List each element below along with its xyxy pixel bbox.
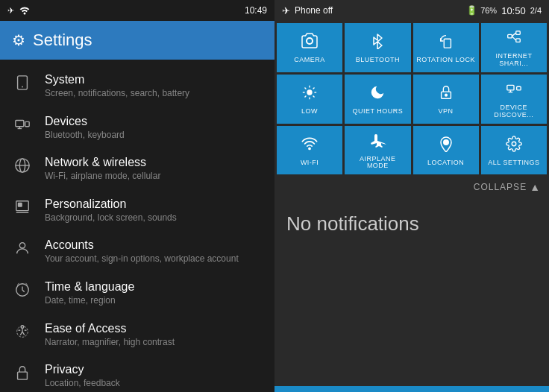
time-icon [12, 282, 33, 303]
svg-point-23 [307, 89, 312, 95]
bottom-blue-bar [274, 386, 549, 392]
quiet-hours-icon [369, 84, 386, 105]
right-time: 10:50 [501, 5, 526, 16]
qa-tile-vpn[interactable]: VPN [413, 75, 479, 124]
devices-title: Devices [45, 115, 263, 128]
qa-tile-rotation[interactable]: ROTATION LOCK [413, 23, 479, 72]
location-tile-icon [439, 136, 454, 157]
camera-label: CAMERA [294, 57, 325, 64]
qa-tile-internet-sharing[interactable]: INTERNET SHARI... [481, 23, 547, 72]
devices-text: Devices Bluetooth, keyboard [45, 115, 263, 142]
settings-list: System Screen, notifications, search, ba… [0, 60, 274, 392]
accounts-subtitle: Your account, sign-in options, workplace… [45, 253, 263, 265]
all-settings-label: ALL SETTINGS [488, 159, 539, 167]
svg-line-29 [313, 95, 315, 97]
settings-title: Settings [33, 31, 92, 50]
phone-status: Phone off [295, 5, 333, 16]
system-title: System [45, 73, 263, 86]
personalization-subtitle: Background, lock screen, sounds [45, 212, 263, 224]
wifi-label: WI-FI [301, 159, 319, 167]
devices-subtitle: Bluetooth, keyboard [45, 130, 263, 142]
svg-point-33 [445, 94, 447, 96]
collapse-bar[interactable]: COLLAPSE ▲ [274, 177, 549, 197]
battery-icon: 🔋 [466, 5, 477, 16]
settings-item-network[interactable]: Network & wireless Wi-Fi, airplane mode,… [0, 148, 274, 190]
ease-text: Ease of Access Narrator, magnifier, high… [45, 322, 263, 349]
settings-item-personalization[interactable]: Personalization Background, lock screen,… [0, 190, 274, 232]
svg-rect-16 [18, 372, 28, 379]
airplane-icon-right: ✈ [282, 5, 290, 16]
svg-line-21 [512, 33, 516, 37]
device-discovery-icon [506, 80, 522, 101]
airplane-mode-label: AIRPLANE MODE [348, 156, 407, 171]
personalization-icon [12, 199, 33, 220]
privacy-title: Privacy [45, 363, 263, 376]
quiet-hours-label: QUIET HOURS [352, 108, 403, 116]
privacy-subtitle: Location, feedback [45, 378, 263, 390]
svg-line-31 [305, 95, 307, 97]
qa-tile-airplane-mode[interactable]: AIRPLANE MODE [345, 126, 410, 175]
rotation-tile-icon [438, 33, 454, 54]
collapse-label: COLLAPSE [474, 182, 527, 192]
camera-tile-icon [301, 33, 319, 54]
vpn-label: VPN [439, 108, 454, 116]
accounts-icon [12, 240, 33, 261]
airplane-mode-icon: ✈ [7, 6, 14, 16]
wifi-tile-icon [301, 136, 318, 157]
svg-line-30 [313, 87, 315, 89]
svg-point-38 [308, 147, 311, 150]
low-label: LOW [301, 108, 318, 116]
collapse-chevron-icon: ▲ [530, 181, 540, 193]
right-status-bar: ✈ Phone off 🔋 76% 10:50 2/4 [274, 0, 549, 21]
svg-rect-2 [16, 120, 24, 126]
privacy-icon [12, 364, 33, 385]
settings-item-system[interactable]: System Screen, notifications, search, ba… [0, 66, 274, 107]
svg-point-41 [512, 142, 516, 146]
accounts-text: Accounts Your account, sign-in options, … [45, 238, 263, 265]
qa-tile-wifi[interactable]: WI-FI [277, 126, 342, 175]
svg-rect-17 [444, 39, 451, 48]
qa-tile-all-settings[interactable]: ALL SETTINGS [481, 126, 547, 175]
quick-actions-grid: CAMERA BLUETOOTH ROTATION LOCK INTERNET … [274, 21, 549, 177]
time-text: Time & language Date, time, region [45, 280, 263, 307]
settings-gear-icon: ⚙ [12, 31, 25, 49]
svg-rect-10 [19, 203, 22, 206]
vpn-icon [438, 84, 454, 105]
devices-icon [12, 116, 33, 137]
accounts-title: Accounts [45, 238, 263, 252]
qa-tile-low[interactable]: LOW [277, 75, 342, 124]
svg-line-22 [512, 37, 516, 41]
ease-of-access-icon [12, 323, 33, 344]
personalization-text: Personalization Background, lock screen,… [45, 197, 263, 224]
qa-tile-bluetooth[interactable]: BLUETOOTH [345, 23, 410, 72]
left-time: 10:49 [245, 5, 267, 16]
qa-tile-quiet-hours[interactable]: QUIET HOURS [345, 75, 410, 124]
sharing-tile-icon [506, 29, 522, 50]
settings-item-accounts[interactable]: Accounts Your account, sign-in options, … [0, 231, 274, 273]
rotation-label: ROTATION LOCK [416, 57, 475, 64]
right-panel: ✈ Phone off 🔋 76% 10:50 2/4 CAMERA BLUET… [274, 0, 549, 392]
settings-item-privacy[interactable]: Privacy Location, feedback [0, 355, 274, 392]
battery-area: 🔋 76% [466, 5, 497, 16]
airplane-mode-tile-icon [368, 132, 386, 153]
personalization-title: Personalization [45, 197, 263, 211]
settings-item-ease[interactable]: Ease of Access Narrator, magnifier, high… [0, 314, 274, 356]
time-subtitle: Date, time, region [45, 295, 263, 307]
battery-percent: 76% [480, 6, 497, 15]
qa-tile-device-discovery[interactable]: DEVICE DISCOVE... [481, 75, 547, 124]
settings-item-devices[interactable]: Devices Bluetooth, keyboard [0, 107, 274, 149]
qa-tile-location[interactable]: LOCATION [413, 126, 479, 175]
svg-point-1 [22, 86, 23, 88]
network-icon [12, 157, 33, 178]
time-title: Time & language [45, 280, 263, 294]
right-status-left: ✈ Phone off [282, 5, 333, 16]
system-text: System Screen, notifications, search, ba… [45, 73, 263, 100]
left-panel: ✈ 10:49 ⚙ Settings System Screen, notifi… [0, 0, 274, 392]
system-subtitle: Screen, notifications, search, battery [45, 88, 263, 100]
network-subtitle: Wi-Fi, airplane mode, cellular [45, 171, 263, 183]
system-icon [12, 75, 33, 95]
settings-item-time[interactable]: Time & language Date, time, region [0, 273, 274, 314]
qa-tile-camera[interactable]: CAMERA [277, 23, 342, 72]
svg-rect-20 [516, 39, 521, 42]
left-status-bar: ✈ 10:49 [0, 0, 274, 21]
